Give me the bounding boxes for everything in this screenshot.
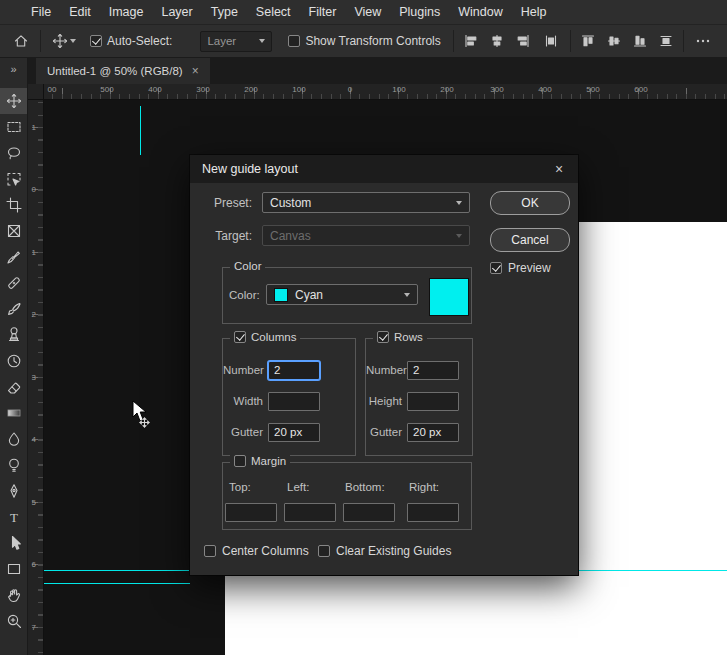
align-top-edges-icon[interactable] xyxy=(579,32,597,50)
columns-checkbox[interactable] xyxy=(234,331,246,343)
photoshop-window: FileEditImageLayerTypeSelectFilterViewPl… xyxy=(0,0,727,655)
preview-checkbox[interactable] xyxy=(490,262,502,274)
tool-frame-icon[interactable] xyxy=(0,218,27,244)
distribute-vertical-centers-icon[interactable] xyxy=(657,32,675,50)
tool-clone-stamp-icon[interactable] xyxy=(0,322,27,348)
menu-type[interactable]: Type xyxy=(202,0,247,24)
margin-right-label: Right: xyxy=(409,481,439,493)
ok-button[interactable]: OK xyxy=(490,191,570,215)
align-left-edges-icon[interactable] xyxy=(462,32,480,50)
tool-rectangular-marquee-icon[interactable] xyxy=(0,114,27,140)
tab-close-icon[interactable]: × xyxy=(192,65,199,77)
menu-edit[interactable]: Edit xyxy=(60,0,100,24)
preview-row: Preview xyxy=(490,261,551,275)
menu-select[interactable]: Select xyxy=(247,0,300,24)
tool-lasso-icon[interactable] xyxy=(0,140,27,166)
auto-select-checkbox[interactable] xyxy=(90,35,102,47)
color-label: Color: xyxy=(229,289,260,301)
home-icon[interactable] xyxy=(12,32,30,50)
tool-hand-icon[interactable] xyxy=(0,582,27,608)
color-dropdown[interactable]: Cyan xyxy=(266,284,418,305)
menu-bar: FileEditImageLayerTypeSelectFilterViewPl… xyxy=(0,0,727,24)
dialog-close-icon[interactable]: × xyxy=(550,160,568,178)
menu-plugins[interactable]: Plugins xyxy=(390,0,449,24)
columns-width-input[interactable] xyxy=(268,392,320,411)
menu-layer[interactable]: Layer xyxy=(152,0,201,24)
tool-zoom-icon[interactable] xyxy=(0,608,27,634)
rows-number-input[interactable] xyxy=(407,361,459,380)
tool-object-selection-icon[interactable] xyxy=(0,166,27,192)
ruler-label: 300 xyxy=(196,85,209,94)
horizontal-ruler[interactable]: 005004003002001000100200300400500600 xyxy=(28,84,727,100)
guide-horizontal[interactable] xyxy=(44,583,190,584)
tool-crop-icon[interactable] xyxy=(0,192,27,218)
align-horizontal-centers-icon[interactable] xyxy=(488,32,506,50)
tool-preset-caret-icon[interactable] xyxy=(70,39,76,43)
clear-existing-guides-checkbox[interactable] xyxy=(318,545,330,557)
ruler-label: 500 xyxy=(100,85,113,94)
guide-vertical[interactable] xyxy=(140,106,141,155)
align-right-edges-icon[interactable] xyxy=(514,32,532,50)
columns-gutter-label: Gutter xyxy=(223,426,263,438)
ruler-label: 00 xyxy=(48,85,57,94)
tool-brush-icon[interactable] xyxy=(0,296,27,322)
tool-history-brush-icon[interactable] xyxy=(0,348,27,374)
margin-bottom-label: Bottom: xyxy=(345,481,385,493)
margin-group: Margin Top: Left: Bottom: Right: xyxy=(222,462,472,530)
rows-height-input[interactable] xyxy=(407,392,459,411)
target-dropdown: Canvas xyxy=(262,225,470,246)
document-tab[interactable]: Untitled-1 @ 50% (RGB/8) × xyxy=(36,58,210,84)
move-tool-preset-icon[interactable] xyxy=(51,32,69,50)
auto-select-target-dropdown[interactable]: Layer xyxy=(200,31,272,52)
tool-spot-healing-brush-icon[interactable] xyxy=(0,270,27,296)
margin-left-input[interactable] xyxy=(284,503,336,522)
more-options-icon[interactable] xyxy=(694,32,712,50)
ruler-label: 1 xyxy=(32,123,36,132)
center-columns-checkbox[interactable] xyxy=(204,545,216,557)
margin-right-input[interactable] xyxy=(407,503,459,522)
menu-view[interactable]: View xyxy=(345,0,390,24)
menu-help[interactable]: Help xyxy=(512,0,556,24)
tool-blur-icon[interactable] xyxy=(0,426,27,452)
cancel-button[interactable]: Cancel xyxy=(490,228,570,252)
ruler-label: 200 xyxy=(244,85,257,94)
align-bottom-edges-icon[interactable] xyxy=(631,32,649,50)
menu-image[interactable]: Image xyxy=(100,0,153,24)
vertical-ruler[interactable]: 101234567 xyxy=(28,100,44,655)
columns-group-title: Columns xyxy=(251,331,296,343)
document-tab-title: Untitled-1 @ 50% (RGB/8) xyxy=(47,65,183,77)
target-value: Canvas xyxy=(270,229,311,243)
tool-gradient-icon[interactable] xyxy=(0,400,27,426)
color-swatch-button[interactable] xyxy=(429,278,469,316)
rows-height-label: Height xyxy=(366,395,402,407)
separator xyxy=(683,30,684,52)
columns-number-input[interactable] xyxy=(268,361,320,380)
tool-path-selection-icon[interactable] xyxy=(0,530,27,556)
tool-dodge-icon[interactable] xyxy=(0,452,27,478)
color-value: Cyan xyxy=(295,288,323,302)
tool-type-icon[interactable]: T xyxy=(0,504,27,530)
margin-top-input[interactable] xyxy=(225,503,277,522)
separator xyxy=(40,30,41,52)
preset-dropdown[interactable]: Custom xyxy=(262,192,470,213)
margin-checkbox[interactable] xyxy=(234,455,246,467)
margin-left-label: Left: xyxy=(287,481,309,493)
align-vertical-centers-icon[interactable] xyxy=(605,32,623,50)
toolbar-collapse-button[interactable]: » xyxy=(0,58,27,80)
margin-bottom-input[interactable] xyxy=(343,503,395,522)
rows-checkbox[interactable] xyxy=(377,331,389,343)
columns-group: Columns Number Width Gutter xyxy=(222,338,356,456)
distribute-horizontal-centers-icon[interactable] xyxy=(542,32,560,50)
columns-gutter-input[interactable] xyxy=(268,423,320,442)
menu-file[interactable]: File xyxy=(22,0,60,24)
tool-pen-icon[interactable] xyxy=(0,478,27,504)
rows-gutter-input[interactable] xyxy=(407,423,459,442)
clear-existing-guides-label: Clear Existing Guides xyxy=(336,544,451,558)
show-transform-controls-checkbox[interactable] xyxy=(288,35,300,47)
tool-eraser-icon[interactable] xyxy=(0,374,27,400)
tool-rectangle-icon[interactable] xyxy=(0,556,27,582)
menu-window[interactable]: Window xyxy=(449,0,511,24)
tool-move-icon[interactable] xyxy=(0,88,27,114)
menu-filter[interactable]: Filter xyxy=(300,0,346,24)
tool-eyedropper-icon[interactable] xyxy=(0,244,27,270)
